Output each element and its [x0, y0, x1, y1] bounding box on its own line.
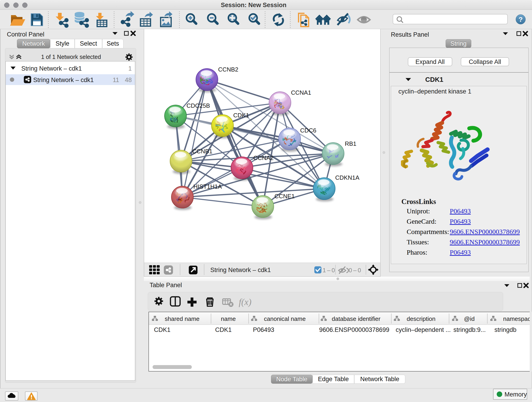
svg-text:CDC25B: CDC25B	[186, 102, 210, 109]
svg-text:CDC6: CDC6	[300, 127, 317, 134]
svg-text:CCNA2: CCNA2	[253, 154, 273, 161]
svg-text:CCNE1: CCNE1	[274, 193, 295, 200]
svg-text:CDK1: CDK1	[233, 112, 249, 119]
svg-text:HIST1H1A: HIST1H1A	[193, 183, 222, 190]
svg-text:CDKN1A: CDKN1A	[335, 174, 360, 181]
svg-text:RB1: RB1	[345, 140, 356, 147]
svg-text:CCNA1: CCNA1	[291, 89, 311, 96]
svg-text:CCNB1: CCNB1	[192, 148, 212, 155]
svg-text:CCNB2: CCNB2	[218, 66, 238, 73]
